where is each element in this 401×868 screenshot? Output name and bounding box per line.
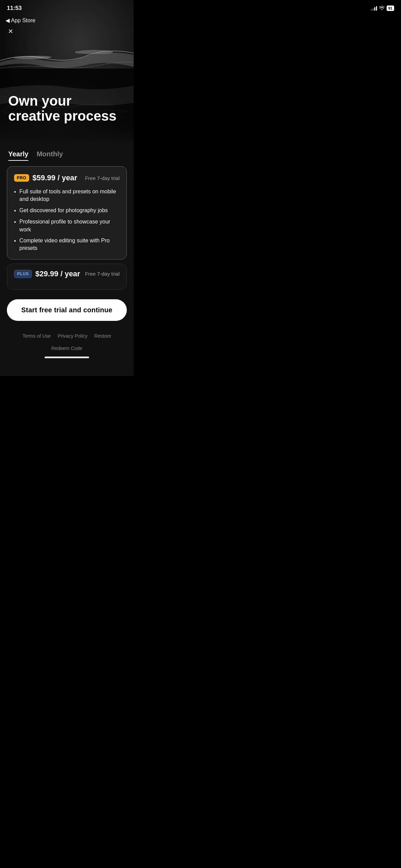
pro-badge: PRO (14, 174, 29, 182)
pro-features-list: • Full suite of tools and presets on mob… (14, 188, 120, 252)
pricing-cards: PRO $59.99 / year Free 7-day trial • Ful… (0, 161, 134, 295)
billing-tabs: Yearly Monthly (0, 143, 134, 161)
tab-monthly[interactable]: Monthly (37, 150, 63, 161)
status-bar: 11:53 91 (0, 0, 134, 14)
footer-links: Terms of Use Privacy Policy Restore Rede… (0, 328, 134, 354)
close-button[interactable]: × (7, 26, 14, 37)
plus-plan-card[interactable]: PLUS $29.99 / year Free 7-day trial (7, 264, 127, 290)
plus-price: $29.99 / year (35, 269, 80, 278)
status-time: 11:53 (7, 5, 22, 12)
home-indicator-bar (45, 357, 89, 358)
app-store-back-label: App Store (11, 17, 35, 24)
bullet-icon: • (14, 218, 16, 226)
restore-link[interactable]: Restore (94, 333, 111, 339)
hero-title: Own your creative process (8, 93, 125, 123)
pro-feature-1: • Full suite of tools and presets on mob… (14, 188, 120, 203)
pro-feature-4: • Complete video editing suite with Pro … (14, 237, 120, 252)
pro-price: $59.99 / year (33, 173, 77, 182)
plus-card-header: PLUS $29.99 / year Free 7-day trial (14, 269, 120, 278)
back-arrow-icon: ◀ (5, 17, 10, 24)
pro-card-header: PRO $59.99 / year Free 7-day trial (14, 173, 120, 182)
app-store-back[interactable]: ◀ App Store (5, 17, 35, 24)
redeem-link[interactable]: Redeem Code (51, 346, 82, 351)
pro-feature-2: • Get discovered for photography jobs (14, 207, 120, 215)
cta-area: Start free trial and continue (0, 295, 134, 328)
plus-trial: Free 7-day trial (85, 271, 120, 277)
plus-badge-price: PLUS $29.99 / year (14, 269, 80, 278)
pro-plan-card[interactable]: PRO $59.99 / year Free 7-day trial • Ful… (7, 166, 127, 260)
bullet-icon: • (14, 188, 16, 196)
pro-feature-3: • Professional profile to showcase your … (14, 218, 120, 233)
privacy-link[interactable]: Privacy Policy (58, 333, 87, 339)
terms-link[interactable]: Terms of Use (23, 333, 51, 339)
pro-trial: Free 7-day trial (85, 175, 120, 181)
plus-badge: PLUS (14, 270, 32, 278)
tab-yearly[interactable]: Yearly (8, 150, 28, 161)
bullet-icon: • (14, 237, 16, 245)
start-trial-button[interactable]: Start free trial and continue (7, 299, 127, 321)
content-area: Yearly Monthly PRO $59.99 / year Free 7-… (0, 143, 134, 376)
bullet-icon: • (14, 207, 16, 215)
home-indicator (0, 354, 134, 362)
pro-badge-price: PRO $59.99 / year (14, 173, 77, 182)
close-icon: × (8, 26, 13, 36)
